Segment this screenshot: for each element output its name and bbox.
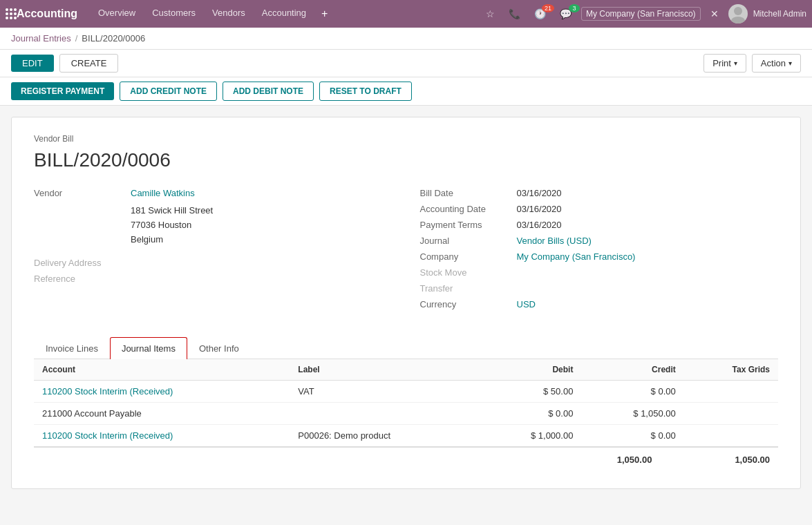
nav-accounting[interactable]: Accounting bbox=[255, 5, 313, 23]
total-credit: 1,050.00 bbox=[735, 455, 770, 465]
table-row: 211000 Account Payable $ 0.00 $ 1,050.00 bbox=[34, 403, 778, 425]
top-navigation: Accounting Overview Customers Vendors Ac… bbox=[0, 0, 812, 28]
cell-tax-grids bbox=[684, 381, 778, 403]
cell-account[interactable]: 110200 Stock Interim (Received) bbox=[34, 425, 290, 447]
company-selector[interactable]: My Company (San Francisco) bbox=[581, 7, 701, 21]
tabs-bar: Invoice Lines Journal Items Other Info bbox=[34, 337, 778, 359]
col-tax-grids: Tax Grids bbox=[684, 359, 778, 381]
user-avatar[interactable] bbox=[728, 4, 748, 23]
nav-vendors[interactable]: Vendors bbox=[205, 5, 252, 23]
vendor-address: 181 Swick Hill Street 77036 Houston Belg… bbox=[131, 204, 393, 247]
cell-debit: $ 1,000.00 bbox=[479, 425, 581, 447]
tab-invoice-lines[interactable]: Invoice Lines bbox=[34, 337, 110, 359]
vendor-address-1: 181 Swick Hill Street bbox=[131, 204, 393, 218]
action-label: Action bbox=[761, 58, 786, 68]
transfer-label: Transfer bbox=[420, 283, 517, 294]
cell-credit: $ 1,050.00 bbox=[581, 403, 683, 425]
bill-date-value: 03/16/2020 bbox=[517, 188, 562, 198]
bill-date-label: Bill Date bbox=[420, 188, 517, 198]
currency-value[interactable]: USD bbox=[517, 299, 536, 309]
vendor-field: Vendor Camille Watkins bbox=[34, 188, 393, 198]
breadcrumb-current: BILL/2020/0006 bbox=[82, 33, 145, 44]
payment-terms-value: 03/16/2020 bbox=[517, 220, 562, 230]
cell-debit: $ 50.00 bbox=[479, 381, 581, 403]
company-value[interactable]: My Company (San Francisco) bbox=[517, 251, 636, 262]
print-chevron-icon: ▾ bbox=[734, 59, 737, 67]
nav-right: ☆ 📞 🕐 21 💬 3 My Company (San Francisco) … bbox=[482, 4, 806, 23]
chat-badge-container: 💬 3 bbox=[556, 8, 576, 19]
reference-field: Reference bbox=[34, 274, 393, 284]
star-icon[interactable]: ☆ bbox=[482, 7, 499, 21]
phone-icon[interactable]: 📞 bbox=[504, 7, 525, 21]
document-right: Bill Date 03/16/2020 Accounting Date 03/… bbox=[420, 188, 779, 315]
table-row: 110200 Stock Interim (Received) P00026: … bbox=[34, 425, 778, 447]
vendor-label: Vendor bbox=[34, 188, 131, 198]
cell-label: VAT bbox=[290, 381, 479, 403]
print-button[interactable]: Print ▾ bbox=[704, 54, 746, 73]
col-account: Account bbox=[34, 359, 290, 381]
clock-badge-container: 🕐 21 bbox=[530, 8, 550, 19]
nav-add-icon[interactable]: + bbox=[316, 5, 333, 23]
reference-label: Reference bbox=[34, 274, 131, 284]
add-debit-note-button[interactable]: ADD DEBIT NOTE bbox=[223, 82, 314, 101]
currency-field: Currency USD bbox=[420, 299, 779, 309]
vendor-address-3: Belgium bbox=[131, 233, 393, 247]
tab-journal-items[interactable]: Journal Items bbox=[110, 337, 187, 359]
document-left: Vendor Camille Watkins 181 Swick Hill St… bbox=[34, 188, 393, 315]
stock-move-field: Stock Move bbox=[420, 267, 779, 278]
table-row: 110200 Stock Interim (Received) VAT $ 50… bbox=[34, 381, 778, 403]
payment-terms-label: Payment Terms bbox=[420, 220, 517, 230]
accounting-date-label: Accounting Date bbox=[420, 204, 517, 214]
breadcrumb-parent[interactable]: Journal Entries bbox=[11, 33, 71, 44]
document-card: Vendor Bill BILL/2020/0006 Vendor Camill… bbox=[11, 117, 801, 489]
clock-badge: 21 bbox=[542, 4, 554, 12]
document-type: Vendor Bill bbox=[34, 134, 778, 144]
breadcrumb-separator: / bbox=[75, 33, 78, 44]
action-bar: EDIT CREATE Print ▾ Action ▾ bbox=[0, 50, 812, 77]
svg-point-1 bbox=[731, 17, 745, 23]
chat-badge: 3 bbox=[569, 4, 580, 12]
nav-links: Overview Customers Vendors Accounting + bbox=[91, 5, 482, 23]
register-payment-button[interactable]: REGISTER PAYMENT bbox=[11, 82, 114, 100]
user-name: Mitchell Admin bbox=[753, 9, 806, 19]
bill-date-field: Bill Date 03/16/2020 bbox=[420, 188, 779, 198]
document-body: Vendor Camille Watkins 181 Swick Hill St… bbox=[34, 188, 778, 315]
delivery-address-label: Delivery Address bbox=[34, 258, 131, 268]
create-button[interactable]: CREATE bbox=[59, 54, 119, 73]
reset-to-draft-button[interactable]: RESET TO DRAFT bbox=[319, 82, 412, 101]
action-button[interactable]: Action ▾ bbox=[752, 54, 801, 73]
col-credit: Credit bbox=[581, 359, 683, 381]
action-chevron-icon: ▾ bbox=[789, 59, 792, 67]
accounting-date-value: 03/16/2020 bbox=[517, 204, 562, 214]
cell-tax-grids bbox=[684, 403, 778, 425]
stock-move-label: Stock Move bbox=[420, 267, 517, 278]
cell-tax-grids bbox=[684, 425, 778, 447]
journal-value[interactable]: Vendor Bills (USD) bbox=[517, 236, 592, 246]
journal-field: Journal Vendor Bills (USD) bbox=[420, 236, 779, 246]
edit-button[interactable]: EDIT bbox=[11, 55, 54, 72]
col-debit: Debit bbox=[479, 359, 581, 381]
nav-overview[interactable]: Overview bbox=[91, 5, 142, 23]
cell-credit: $ 0.00 bbox=[581, 425, 683, 447]
svg-point-0 bbox=[734, 7, 742, 15]
journal-items-table: Account Label Debit Credit Tax Grids 110… bbox=[34, 359, 778, 447]
accounting-date-field: Accounting Date 03/16/2020 bbox=[420, 204, 779, 214]
cell-credit: $ 0.00 bbox=[581, 381, 683, 403]
transfer-field: Transfer bbox=[420, 283, 779, 294]
col-label: Label bbox=[290, 359, 479, 381]
vendor-name[interactable]: Camille Watkins bbox=[131, 188, 195, 198]
company-field: Company My Company (San Francisco) bbox=[420, 251, 779, 262]
nav-customers[interactable]: Customers bbox=[145, 5, 202, 23]
tab-other-info[interactable]: Other Info bbox=[187, 337, 251, 359]
journal-label: Journal bbox=[420, 236, 517, 246]
cell-account[interactable]: 110200 Stock Interim (Received) bbox=[34, 381, 290, 403]
cell-label: P00026: Demo product bbox=[290, 425, 479, 447]
app-title: Accounting bbox=[17, 8, 77, 20]
vendor-address-2: 77036 Houston bbox=[131, 218, 393, 233]
cell-debit: $ 0.00 bbox=[479, 403, 581, 425]
breadcrumb: Journal Entries / BILL/2020/0006 bbox=[0, 28, 812, 50]
app-menu-icon[interactable] bbox=[6, 8, 17, 19]
close-icon[interactable]: ✕ bbox=[706, 7, 723, 21]
add-credit-note-button[interactable]: ADD CREDIT NOTE bbox=[120, 82, 217, 101]
company-label: Company bbox=[420, 251, 517, 262]
